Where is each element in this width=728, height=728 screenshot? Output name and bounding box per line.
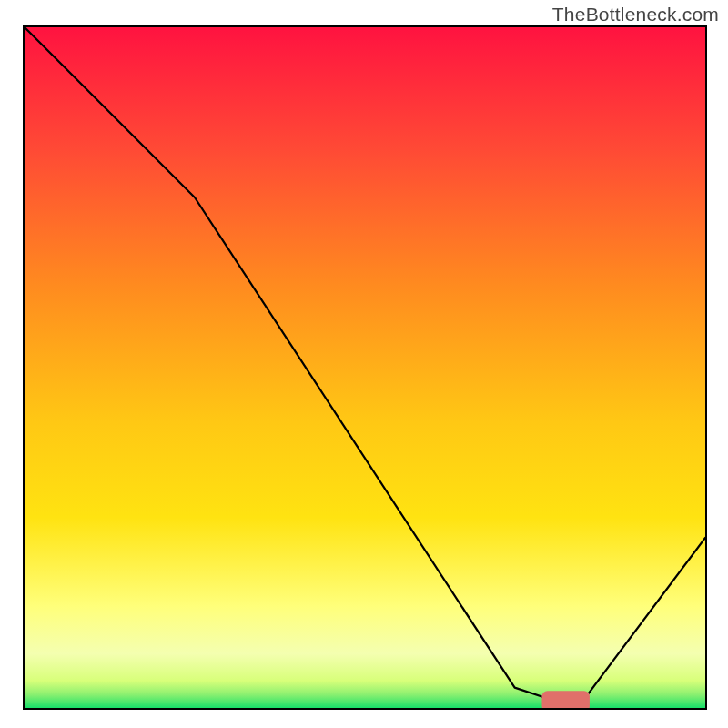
chart-svg [25,27,705,708]
chart-container: TheBottleneck.com [0,0,728,728]
optimal-range-marker [542,691,590,708]
watermark-label: TheBottleneck.com [552,4,719,25]
plot-area [23,25,707,710]
